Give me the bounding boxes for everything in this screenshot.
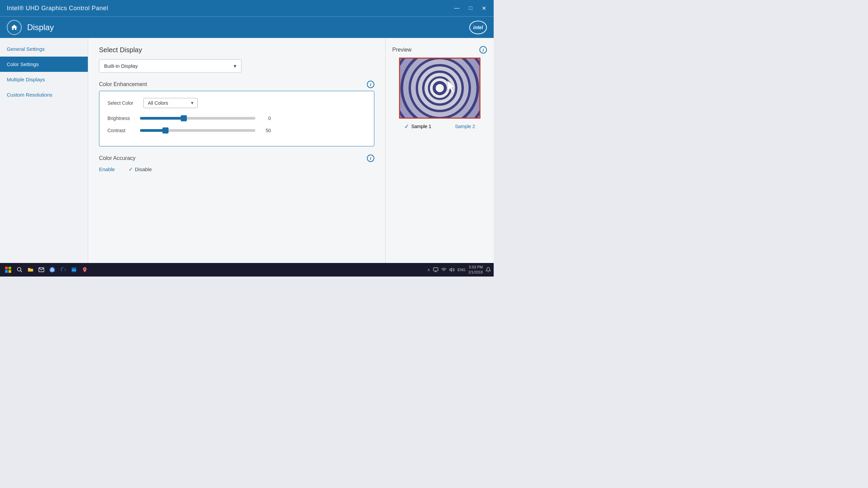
contrast-fill (140, 129, 165, 132)
minimize-button[interactable]: — (451, 4, 463, 13)
taskbar-file-explorer-icon[interactable] (26, 265, 35, 274)
contrast-thumb[interactable] (162, 127, 169, 134)
enable-disable-row: Enable ✓ Disable (99, 166, 374, 172)
window-controls: — □ ✕ (451, 4, 490, 13)
sidebar-item-general-settings[interactable]: General Settings (0, 41, 88, 57)
preview-header: Preview i (392, 46, 487, 54)
display-select-wrapper: Built-in Display External Display 1 ▼ (99, 59, 241, 73)
brightness-thumb[interactable] (181, 115, 187, 121)
brightness-row: Brightness 0 (107, 115, 366, 122)
intel-logo: intel (469, 21, 487, 34)
preview-label: Preview (392, 47, 412, 53)
taskbar-display-icon (433, 267, 438, 272)
svg-point-25 (17, 267, 21, 271)
taskbar-maps-icon[interactable] (80, 265, 90, 274)
select-display-row: Built-in Display External Display 1 ▼ (99, 59, 374, 73)
taskbar-intel-icon[interactable]: intel (69, 265, 79, 274)
color-enhancement-info-icon[interactable]: i (367, 81, 374, 88)
brightness-slider[interactable] (140, 115, 255, 122)
sample2-label: Sample 2 (455, 124, 475, 129)
taskbar-wifi-icon (441, 267, 447, 272)
home-button[interactable] (7, 20, 22, 35)
page-title: Display (27, 23, 54, 32)
select-color-row: Select Color All Colors Red Green Blue ▼ (107, 98, 366, 108)
taskbar-mail-icon[interactable] (37, 265, 46, 274)
taskbar-volume-icon (449, 267, 455, 272)
preview-samples: ✓ Sample 1 Sample 2 (392, 123, 487, 130)
svg-rect-21 (5, 267, 8, 269)
app-title: Intel® UHD Graphics Control Panel (7, 5, 108, 12)
svg-marker-36 (450, 268, 452, 271)
taskbar: intel ∧ ENG 5:03 PM 2/1/2018 (0, 263, 494, 277)
sample2-item[interactable]: Sample 2 (455, 124, 475, 129)
disable-label[interactable]: ✓ Disable (129, 166, 152, 172)
taskbar-right: ∧ ENG 5:03 PM 2/1/2018 (427, 265, 491, 275)
color-select[interactable]: All Colors Red Green Blue (143, 98, 198, 108)
taskbar-chrome-icon[interactable] (47, 265, 57, 274)
color-enhancement-header: Color Enhancement i (99, 81, 374, 88)
taskbar-search-icon[interactable] (15, 265, 24, 274)
color-select-wrapper: All Colors Red Green Blue ▼ (143, 98, 198, 108)
taskbar-language: ENG (457, 268, 466, 272)
color-enhancement-box: Select Color All Colors Red Green Blue ▼… (99, 91, 374, 146)
svg-rect-22 (8, 267, 11, 269)
enable-label[interactable]: Enable (99, 166, 115, 172)
taskbar-clock[interactable]: 5:03 PM 2/1/2018 (468, 265, 483, 275)
taskbar-notifications-icon[interactable] (486, 267, 491, 272)
close-button[interactable]: ✕ (478, 4, 490, 13)
header-bar: Display intel (0, 16, 494, 38)
sample1-label: Sample 1 (411, 124, 431, 129)
preview-info-icon[interactable]: i (479, 46, 487, 54)
contrast-label: Contrast (107, 128, 135, 133)
svg-text:intel: intel (72, 269, 76, 271)
preview-image (400, 59, 479, 118)
color-accuracy-info-icon[interactable]: i (367, 155, 374, 162)
sample1-item[interactable]: ✓ Sample 1 (404, 123, 431, 130)
taskbar-edge-icon[interactable] (58, 265, 68, 274)
sidebar-item-color-settings[interactable]: Color Settings (0, 57, 88, 72)
svg-rect-24 (8, 270, 11, 273)
svg-point-19 (436, 84, 444, 92)
select-color-label: Select Color (107, 100, 138, 106)
sidebar-item-custom-resolutions[interactable]: Custom Resolutions (0, 87, 88, 102)
taskbar-chevron-up-icon[interactable]: ∧ (427, 267, 430, 272)
content-area: Select Display Built-in Display External… (88, 38, 385, 277)
color-accuracy-header: Color Accuracy i (99, 155, 374, 162)
color-accuracy-label: Color Accuracy (99, 155, 136, 161)
contrast-row: Contrast 50 (107, 127, 366, 134)
preview-image-container (399, 58, 480, 119)
svg-point-30 (52, 269, 53, 271)
brightness-value: 0 (261, 116, 271, 121)
contrast-slider[interactable] (140, 127, 255, 134)
sidebar-item-multiple-displays[interactable]: Multiple Displays (0, 72, 88, 87)
contrast-value: 50 (261, 128, 271, 133)
checkmark-icon: ✓ (129, 166, 133, 172)
start-button[interactable] (3, 264, 14, 275)
select-display-title: Select Display (99, 46, 374, 54)
preview-panel: Preview i (385, 38, 494, 277)
brightness-label: Brightness (107, 116, 135, 121)
brightness-track (140, 117, 255, 120)
sidebar: General Settings Color Settings Multiple… (0, 38, 88, 277)
main-layout: General Settings Color Settings Multiple… (0, 38, 494, 277)
svg-line-26 (20, 270, 22, 272)
contrast-track (140, 129, 255, 132)
maximize-button[interactable]: □ (466, 4, 476, 13)
brightness-fill (140, 117, 184, 120)
svg-rect-23 (5, 270, 8, 273)
svg-rect-33 (434, 268, 438, 271)
sample1-check-icon: ✓ (404, 123, 409, 130)
title-bar: Intel® UHD Graphics Control Panel — □ ✕ (0, 0, 494, 16)
display-select[interactable]: Built-in Display External Display 1 (99, 59, 241, 73)
color-enhancement-label: Color Enhancement (99, 81, 147, 87)
